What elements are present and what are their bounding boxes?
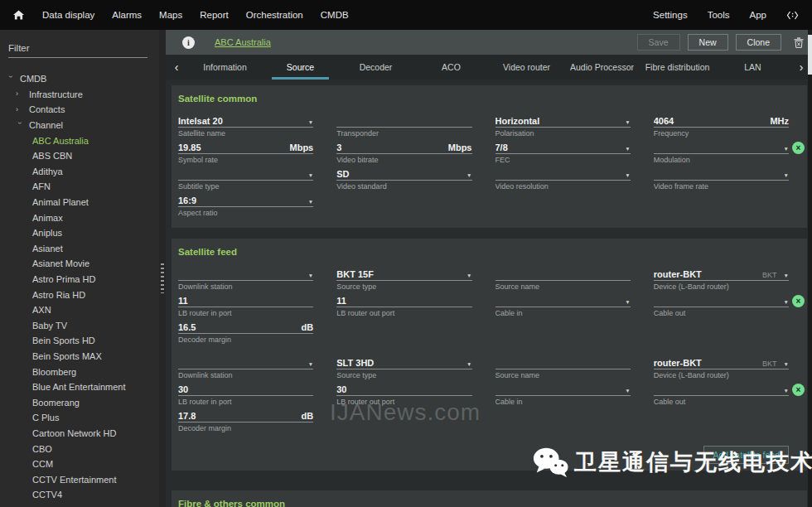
select-device-l-band-router[interactable]: router-BKTBKT▼: [654, 268, 789, 281]
select-cable-out[interactable]: ▼: [654, 384, 789, 396]
new-button[interactable]: New: [688, 34, 728, 51]
select-polarisation[interactable]: Horizontal▼: [495, 115, 631, 128]
field-label: Transponder: [336, 129, 471, 138]
nav-tools[interactable]: Tools: [708, 10, 730, 20]
input-source-name[interactable]: [495, 357, 631, 369]
select-source-type[interactable]: SLT 3HD▼: [336, 357, 471, 369]
channel-blue-ant-entertainment[interactable]: Blue Ant Entertainment: [0, 379, 159, 395]
nav-report[interactable]: Report: [200, 10, 229, 20]
select-cable-in[interactable]: ▼: [495, 295, 631, 307]
tabs-scroll-left[interactable]: ‹: [166, 55, 187, 80]
tree-node-channel[interactable]: › Channel: [0, 118, 159, 133]
channel-cctv4[interactable]: CCTV4: [0, 487, 159, 503]
select-cable-out[interactable]: ▼: [654, 295, 789, 307]
select-cable-in[interactable]: ▼: [495, 384, 631, 396]
channel-astro-ria-hd[interactable]: Astro Ria HD: [0, 287, 159, 302]
field-source-name: Source name: [495, 268, 631, 291]
select-video-resolution[interactable]: ▼: [495, 168, 631, 181]
select-modulation[interactable]: ▼: [654, 142, 789, 154]
channel-axn[interactable]: AXN: [0, 302, 159, 318]
input-lb-router-in-port[interactable]: 30: [178, 384, 313, 396]
input-decoder-margin[interactable]: 17.8dB: [178, 410, 313, 422]
remove-icon[interactable]: ×: [792, 384, 805, 396]
channel-bein-sports-max[interactable]: Bein Sports MAX: [0, 349, 159, 365]
remove-icon[interactable]: ×: [792, 142, 805, 154]
input-lb-router-out-port[interactable]: 11: [336, 295, 471, 307]
remove-icon[interactable]: ×: [792, 295, 805, 307]
save-button[interactable]: Save: [637, 34, 680, 51]
entity-link[interactable]: ABC Australia: [215, 37, 271, 47]
select-source-type[interactable]: BKT 15F▼: [336, 268, 471, 281]
input-frequency[interactable]: 4064MHz: [654, 115, 789, 128]
filter-input[interactable]: [8, 41, 147, 58]
form-content: Satellite common Intelsat 20▼Satellite n…: [166, 80, 812, 507]
input-transponder[interactable]: [336, 115, 471, 128]
nav-orchestration[interactable]: Orchestration: [246, 10, 303, 20]
field-value: [178, 169, 302, 179]
channel-cartoon-network-hd[interactable]: Cartoon Network HD: [0, 426, 159, 442]
nav-app[interactable]: App: [750, 10, 766, 20]
channel-animal-planet[interactable]: Animal Planet: [0, 195, 159, 210]
select-fec[interactable]: 7/8▼: [495, 142, 631, 154]
nav-cmdb[interactable]: CMDB: [321, 10, 349, 20]
input-decoder-margin[interactable]: 16.5dB: [178, 321, 313, 334]
nav-alarms[interactable]: Alarms: [112, 10, 142, 20]
select-video-standard[interactable]: SD▼: [336, 168, 471, 181]
channel-asianet-movie[interactable]: Asianet Movie: [0, 256, 159, 272]
channel-abs-cbn[interactable]: ABS CBN: [0, 148, 159, 164]
select-subtitle-type[interactable]: ▼: [178, 168, 313, 181]
field-unit: dB: [302, 411, 314, 421]
select-video-frame-rate[interactable]: ▼: [654, 168, 789, 181]
clone-button[interactable]: Clone: [736, 34, 781, 51]
tab-decoder[interactable]: Decoder: [338, 55, 413, 80]
expand-icon[interactable]: [786, 11, 799, 20]
input-video-bitrate[interactable]: 3Mbps: [336, 142, 471, 154]
channel-boomerang[interactable]: Boomerang: [0, 394, 159, 410]
field-aspect-ratio: 16:9▼Aspect ratio: [178, 195, 313, 217]
trash-icon[interactable]: [794, 37, 804, 48]
divider-drag-handle[interactable]: [161, 263, 164, 293]
scrollbar-thumb[interactable]: [808, 35, 812, 75]
select-satellite-name[interactable]: Intelsat 20▼: [178, 115, 313, 128]
tab-lan[interactable]: LAN: [715, 55, 790, 80]
channel-c-plus[interactable]: C Plus: [0, 410, 159, 426]
channel-cbo[interactable]: CBO: [0, 441, 159, 456]
tree-node-infrastructure[interactable]: › Infrastructure: [0, 87, 159, 103]
channel-astro-prima-hd[interactable]: Astro Prima HD: [0, 272, 159, 287]
channel-bloomberg[interactable]: Bloomberg: [0, 364, 159, 379]
input-source-name[interactable]: [495, 268, 631, 281]
info-icon[interactable]: i: [182, 36, 195, 49]
channel-asianet[interactable]: Asianet: [0, 241, 159, 257]
tab-source[interactable]: Source: [263, 55, 338, 80]
nav-settings[interactable]: Settings: [653, 10, 688, 20]
channel-celestial-movie[interactable]: Celestial Movie: [0, 503, 159, 507]
input-lb-router-out-port[interactable]: 30: [336, 384, 471, 396]
select-device-l-band-router[interactable]: router-BKTBKT▼: [654, 357, 789, 369]
channel-baby-tv[interactable]: Baby TV: [0, 318, 159, 334]
tab-fibre-distribution[interactable]: Fibre distribution: [640, 55, 715, 80]
channel-cctv-entertainment[interactable]: CCTV Entertainment: [0, 471, 159, 487]
channel-adithya[interactable]: Adithya: [0, 164, 159, 180]
input-symbol-rate[interactable]: 19.85Mbps: [178, 142, 313, 154]
tab-aco[interactable]: ACO: [413, 55, 489, 80]
nav-data-display[interactable]: Data display: [42, 10, 94, 20]
select-downlink-station[interactable]: ▼: [178, 357, 313, 369]
tab-audio-processor[interactable]: Audio Processor: [564, 55, 640, 80]
channel-aniplus[interactable]: Aniplus: [0, 225, 159, 241]
tab-information[interactable]: Information: [187, 55, 263, 80]
tree-node-contacts[interactable]: › Contacts: [0, 102, 159, 118]
channel-abc-australia[interactable]: ABC Australia: [0, 133, 159, 148]
select-downlink-station[interactable]: ▼: [178, 268, 313, 281]
add-satellite-feed-button[interactable]: Add satellite feed: [703, 446, 789, 464]
tree-node-cmdb[interactable]: › CMDB: [0, 71, 159, 87]
select-aspect-ratio[interactable]: 16:9▼: [178, 195, 313, 207]
channel-animax[interactable]: Animax: [0, 210, 159, 225]
home-icon[interactable]: [13, 10, 24, 20]
nav-maps[interactable]: Maps: [159, 10, 182, 20]
channel-ccm[interactable]: CCM: [0, 456, 159, 472]
channel-bein-sports-hd[interactable]: Bein Sports HD: [0, 333, 159, 349]
field-row: 19.85MbpsSymbol rate3MbpsVideo bitrate7/…: [178, 142, 789, 164]
channel-afn[interactable]: AFN: [0, 179, 159, 195]
input-lb-router-in-port[interactable]: 11: [178, 295, 313, 307]
tab-video-router[interactable]: Video router: [489, 55, 564, 80]
